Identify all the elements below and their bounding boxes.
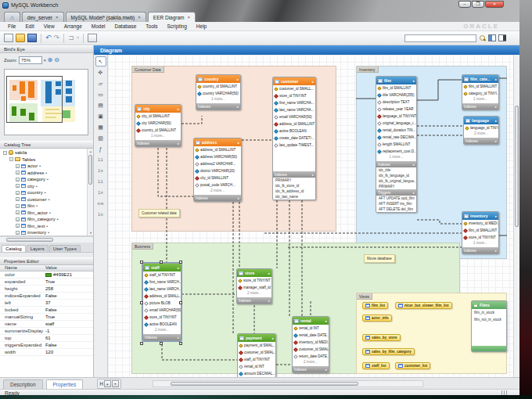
column-row[interactable]: release_year YEAR	[376, 106, 416, 113]
collapse-arrow-icon[interactable]: ▸	[325, 368, 327, 372]
column-row[interactable]: staff_id TINYINT	[143, 271, 181, 279]
column-row[interactable]: rental_id INT	[293, 325, 329, 332]
view-sales-by-film-category[interactable]: sales_by_film_category	[362, 348, 415, 355]
section-bar-indexes[interactable]: Indexes▸	[462, 247, 498, 253]
expand-icon[interactable]: −	[3, 151, 7, 155]
table-rental[interactable]: rental▸rental_id INTrental_date DATE...i…	[292, 316, 329, 373]
section-bar-indexes[interactable]: Indexes▸	[135, 140, 181, 146]
section-item[interactable]: AFT DELETE del_film	[376, 207, 416, 212]
section-item[interactable]: PRIMARY	[273, 178, 315, 183]
section-bar-indexes[interactable]: Indexes▸	[464, 138, 498, 144]
close-icon[interactable]: ×	[56, 15, 59, 20]
expand-icon[interactable]: ▫	[77, 34, 79, 42]
collapse-arrow-icon[interactable]: ▸	[237, 105, 239, 109]
column-row[interactable]: return_date DATE...	[293, 353, 329, 360]
expand-icon[interactable]: +	[16, 204, 20, 208]
column-row[interactable]: category_id TINYI...	[462, 90, 498, 97]
column-row[interactable]: amount DECIMAL...	[238, 370, 275, 377]
table-tool[interactable]: ▦	[95, 122, 106, 132]
note-tool[interactable]: ▤	[95, 100, 106, 110]
tab-catalog[interactable]: Catalog	[2, 245, 26, 252]
redo-icon[interactable]: ↷	[54, 34, 60, 42]
column-row[interactable]: customer_id SMAL...	[293, 346, 329, 353]
tree-item-customer[interactable]: +customer•	[0, 196, 87, 203]
tab-user-types[interactable]: User Types	[49, 245, 81, 252]
toggle-sidebar-icon[interactable]	[488, 34, 496, 41]
property-row[interactable]: summarizeDisplay-1	[0, 328, 93, 335]
section-item[interactable]: idx_fk_store_id	[273, 183, 315, 189]
expand-icon[interactable]: +	[16, 178, 20, 182]
rel-1-1-identifying-tool[interactable]: 1:1	[95, 177, 106, 187]
column-row[interactable]: store_id TINYINT	[462, 234, 498, 241]
scroll-up-icon[interactable]: ▴	[88, 149, 93, 154]
expand-icon[interactable]: +	[16, 164, 20, 168]
section-bar-indexes[interactable]: Indexes▸	[143, 334, 181, 340]
open-model-button[interactable]	[16, 34, 25, 42]
collapse-arrow-icon[interactable]: ▸	[495, 249, 497, 253]
column-row[interactable]: country_id SMALLINT	[196, 83, 240, 90]
birdseye-minimap[interactable]	[4, 69, 88, 135]
section-item[interactable]: AFT UPDATE upd_film	[376, 196, 416, 201]
view-film-list[interactable]: film_list	[362, 302, 388, 309]
column-row[interactable]: rental_date DATE...	[293, 332, 329, 339]
section-item[interactable]: idx_fk_original_langua...	[376, 178, 416, 184]
menu-file[interactable]: File	[3, 23, 20, 29]
table-language[interactable]: language▸language_id TINY...2 more...Ind…	[463, 116, 499, 145]
tree-item-film_actor[interactable]: +film_actor•	[0, 210, 87, 217]
table-film[interactable]: film▸film_id SMALLINTtitle VARCHAR(255)d…	[376, 76, 417, 213]
table-header[interactable]: payment▸	[238, 334, 275, 342]
chevron-down-icon[interactable]: ▾	[44, 58, 46, 63]
section-bar-indexes[interactable]: Indexes▸	[194, 195, 241, 201]
rel-1-n-non-identifying-tool[interactable]: 1:n	[95, 166, 106, 176]
menu-database[interactable]: Database	[110, 23, 142, 29]
view-nicer-but-slower-film-list[interactable]: nicer_but_slower_film_list	[395, 302, 452, 309]
tree-item-city[interactable]: +city•	[0, 183, 87, 190]
column-row[interactable]: rental_duration TIN...	[376, 127, 416, 134]
table-inventory[interactable]: inventory▸inventory_id MEDI...film_id SM…	[462, 211, 499, 254]
home-tab[interactable]: ⌂	[4, 12, 20, 22]
column-row[interactable]: customer_id SMALL...	[273, 85, 315, 92]
property-row[interactable]: color#499E21	[0, 271, 93, 279]
collapse-arrow-icon[interactable]: ▸	[238, 141, 239, 145]
save-model-button[interactable]	[27, 34, 37, 42]
column-row[interactable]: city VARCHAR(50)	[135, 120, 181, 127]
column-row[interactable]: active BOOLEAN	[143, 321, 181, 328]
table-city[interactable]: city▸city_id SMALLINTcity VARCHAR(50)cou…	[135, 104, 182, 147]
section-bar-indexes[interactable]: Indexes▸	[293, 366, 329, 372]
routine-item[interactable]: film_not_in_stock	[472, 316, 506, 323]
tree-item-film_category[interactable]: +film_category•	[0, 216, 87, 223]
tree-item-address[interactable]: +address•	[0, 170, 87, 177]
more-columns-label[interactable]: 2 more...	[293, 360, 329, 366]
tree-item-film[interactable]: +film•	[0, 203, 87, 210]
section-bar-indexes[interactable]: Indexes▸	[462, 103, 498, 110]
minimize-button[interactable]: –	[458, 1, 471, 8]
column-row[interactable]: payment_id SMAL...	[238, 342, 275, 349]
menu-edit[interactable]: Edit	[20, 23, 38, 29]
column-row[interactable]: language_id TINY...	[464, 124, 498, 131]
column-row[interactable]: picture BLOB	[143, 300, 181, 307]
close-icon[interactable]: ×	[138, 15, 141, 20]
table-header[interactable]: store▸	[237, 269, 271, 277]
collapse-arrow-icon[interactable]: ▸	[178, 266, 179, 270]
column-row[interactable]: address_id SMALLINT	[194, 146, 241, 153]
table-header[interactable]: city▸	[135, 105, 181, 113]
property-row[interactable]: width120	[0, 349, 93, 356]
menu-tools[interactable]: Tools	[141, 23, 162, 29]
more-columns-label[interactable]: 2 more...	[237, 291, 271, 297]
expand-icon[interactable]: +	[16, 191, 20, 195]
collapse-arrow-icon[interactable]: ▸	[178, 336, 179, 340]
menu-view[interactable]: View	[39, 23, 59, 29]
view-staff-list[interactable]: staff_list	[362, 362, 390, 369]
menu-help[interactable]: Help	[192, 23, 211, 29]
more-columns-label[interactable]: 1 more...	[196, 97, 240, 103]
property-row[interactable]: expandedTrue	[0, 279, 93, 286]
column-row[interactable]: description TEXT	[376, 99, 416, 106]
collapse-arrow-icon[interactable]: ▸	[312, 173, 314, 177]
canvas-vertical-scrollbar[interactable]	[513, 55, 519, 377]
collapse-arrow-icon[interactable]: ▸	[325, 319, 327, 323]
hand-tool[interactable]: ✜	[95, 67, 106, 77]
dock-down-icon[interactable]: ▾	[112, 380, 119, 387]
section-item[interactable]: PRIMARY	[376, 184, 416, 189]
column-row[interactable]: city_id SMALLINT	[194, 174, 241, 182]
tree-item-Tables[interactable]: −Tables	[0, 156, 87, 164]
